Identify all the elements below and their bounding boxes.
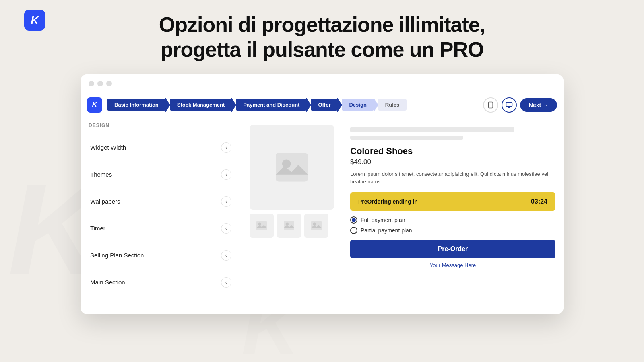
svg-point-11 [258, 222, 261, 225]
nav-steps: Basic Information Stock Management Payme… [107, 98, 483, 112]
svg-point-15 [313, 222, 316, 225]
payment-options: Full payment plan Partial payment plan [350, 216, 555, 234]
product-name: Colored Shoes [350, 146, 555, 156]
window-dot-yellow [97, 81, 103, 86]
thumbnail-2 [277, 214, 301, 238]
sidebar-item-arrow-selling-plan: ‹ [221, 250, 231, 261]
thumbnail-3 [304, 214, 328, 238]
sidebar-item-main-section[interactable]: Main Section ‹ [80, 269, 241, 296]
sidebar-item-arrow-timer: ‹ [221, 223, 231, 234]
timer-value: 03:24 [531, 198, 547, 205]
step-label-stock-management: Stock Management [170, 99, 232, 111]
preorder-button[interactable]: Pre-Order [350, 240, 555, 258]
payment-option-partial-label: Partial payment plan [361, 227, 412, 234]
step-basic-information[interactable]: Basic Information [107, 98, 170, 112]
sidebar-item-widget-width[interactable]: Widget Width ‹ [80, 134, 241, 161]
svg-rect-3 [489, 102, 493, 108]
product-price: $49.00 [350, 158, 555, 166]
product-info: Colored Shoes $49.00 Lorem ipsum dolor s… [350, 125, 555, 306]
payment-option-full-label: Full payment plan [361, 217, 405, 223]
timer-bar: PreOrdering ending in 03:24 [350, 192, 555, 211]
app-window: K Basic Information Stock Management Pay… [80, 74, 564, 314]
product-thumbnails [250, 214, 342, 238]
sidebar-item-label-main-section: Main Section [90, 279, 125, 286]
product-description: Lorem ipsum dolor sit amet, consectetur … [350, 170, 555, 186]
sidebar-item-arrow-themes: ‹ [221, 169, 231, 180]
main-product-image [250, 125, 334, 210]
step-label-offer: Offer [311, 99, 338, 111]
window-dot-green [106, 81, 112, 86]
sidebar-item-arrow-widget-width: ‹ [221, 142, 231, 153]
step-payment-discount[interactable]: Payment and Discount [236, 98, 311, 112]
title-bar [80, 74, 564, 93]
main-content: DESIGN Widget Width ‹ Themes ‹ Wallpaper… [80, 117, 564, 314]
payment-option-partial[interactable]: Partial payment plan [350, 227, 555, 234]
svg-point-9 [282, 159, 291, 168]
svg-rect-10 [256, 221, 267, 230]
step-label-basic-information: Basic Information [107, 99, 166, 111]
sidebar-item-timer[interactable]: Timer ‹ [80, 215, 241, 242]
step-arrow-0 [165, 98, 170, 112]
svg-rect-5 [506, 102, 512, 107]
page-header: Opzioni di progettazione illimitate, pro… [0, 0, 644, 70]
preview-area: Colored Shoes $49.00 Lorem ipsum dolor s… [242, 117, 564, 314]
radio-partial-payment [350, 227, 357, 234]
step-design[interactable]: Design [342, 98, 378, 112]
step-label-design: Design [342, 99, 374, 111]
desktop-view-button[interactable] [502, 97, 517, 113]
svg-rect-14 [311, 221, 322, 230]
step-stock-management[interactable]: Stock Management [170, 98, 236, 112]
step-arrow-1 [231, 98, 236, 112]
toolbar: K Basic Information Stock Management Pay… [80, 93, 564, 117]
svg-rect-8 [276, 153, 308, 181]
toolbar-logo: K [87, 97, 102, 113]
product-subtitle-skeleton [350, 136, 463, 140]
sidebar-item-wallpapers[interactable]: Wallpapers ‹ [80, 188, 241, 215]
sidebar-item-arrow-wallpapers: ‹ [221, 196, 231, 207]
timer-label: PreOrdering ending in [358, 198, 418, 205]
toolbar-right: Next → [483, 97, 557, 113]
sidebar-item-selling-plan[interactable]: Selling Plan Section ‹ [80, 242, 241, 269]
product-name-skeleton [350, 127, 514, 132]
step-label-payment-discount: Payment and Discount [236, 99, 307, 111]
sidebar-item-label-widget-width: Widget Width [90, 144, 126, 151]
design-sidebar: DESIGN Widget Width ‹ Themes ‹ Wallpaper… [80, 117, 242, 314]
thumbnail-1 [250, 214, 274, 238]
step-arrow-4 [374, 98, 378, 112]
radio-inner-full-payment [352, 218, 356, 222]
message-link[interactable]: Your Message Here [350, 262, 555, 268]
sidebar-item-label-selling-plan: Selling Plan Section [90, 252, 144, 259]
step-arrow-2 [306, 98, 311, 112]
next-button[interactable]: Next → [520, 98, 557, 112]
product-images [250, 125, 342, 306]
step-offer[interactable]: Offer [311, 98, 342, 112]
step-arrow-3 [337, 98, 342, 112]
headline: Opzioni di progettazione illimitate, pro… [0, 12, 644, 62]
mobile-view-button[interactable] [483, 97, 498, 113]
step-rules[interactable]: Rules [378, 99, 407, 111]
sidebar-item-label-themes: Themes [90, 171, 112, 178]
sidebar-item-label-wallpapers: Wallpapers [90, 198, 120, 205]
sidebar-section-header: DESIGN [80, 117, 241, 134]
sidebar-item-label-timer: Timer [90, 225, 105, 232]
svg-point-13 [286, 222, 289, 225]
sidebar-item-arrow-main-section: ‹ [221, 277, 231, 288]
svg-rect-12 [284, 221, 294, 230]
sidebar-item-themes[interactable]: Themes ‹ [80, 161, 241, 188]
payment-option-full[interactable]: Full payment plan [350, 216, 555, 224]
step-label-rules: Rules [378, 99, 407, 111]
radio-full-payment [350, 216, 357, 224]
window-dot-red [89, 81, 94, 86]
